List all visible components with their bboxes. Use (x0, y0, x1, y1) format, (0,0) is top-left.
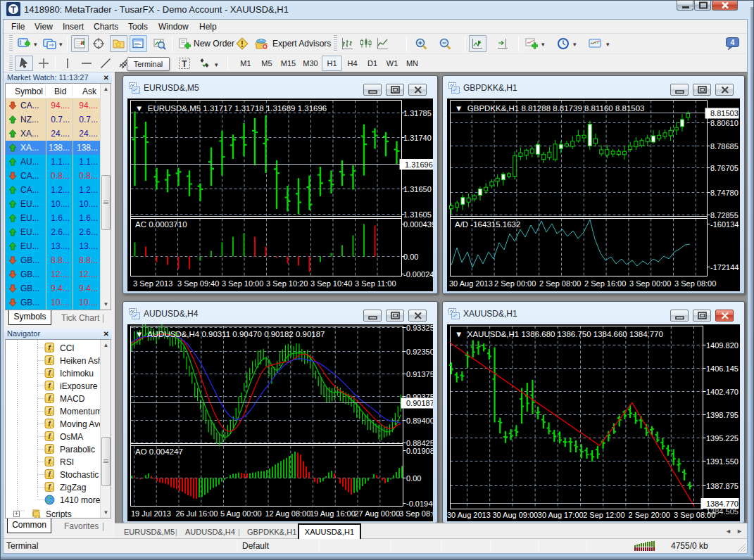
svg-text:8.81503: 8.81503 (710, 109, 739, 117)
svg-text:AC 0.0003710: AC 0.0003710 (135, 220, 187, 229)
svg-text:1.31650: 1.31650 (403, 185, 432, 193)
svg-text:1.31785: 1.31785 (403, 109, 432, 117)
svg-text:8.80610: 8.80610 (710, 119, 739, 127)
svg-text:3 Sep 08:00: 3 Sep 08:00 (399, 509, 433, 518)
svg-text:8.78685: 8.78685 (710, 142, 739, 151)
svg-text:2 Sep 00:00: 2 Sep 00:00 (494, 279, 536, 288)
svg-text:30 Aug 09:00: 30 Aug 09:00 (492, 511, 538, 519)
svg-text:2 Sep 12:00: 2 Sep 12:00 (583, 511, 624, 519)
svg-text:0.93325: 0.93325 (406, 324, 433, 332)
svg-text:2 Sep 20:00: 2 Sep 20:00 (629, 511, 670, 519)
svg-text:-160134.9: -160134.9 (710, 220, 739, 229)
svg-text:1387.875: 1387.875 (706, 482, 739, 490)
svg-text:1406.145: 1406.145 (706, 364, 739, 373)
svg-text:-0.019405: -0.019405 (406, 499, 433, 508)
svg-text:1384.770: 1384.770 (706, 499, 739, 508)
svg-text:26 Jul 16:00: 26 Jul 16:00 (176, 509, 218, 518)
svg-text:1.31605: 1.31605 (403, 210, 432, 219)
svg-text:12 Aug 08:00: 12 Aug 08:00 (265, 509, 311, 518)
svg-text:3 Sep 08:00: 3 Sep 08:00 (674, 511, 715, 519)
svg-text:27 Aug 00:00: 27 Aug 00:00 (355, 509, 401, 518)
svg-text:5 Aug 00:00: 5 Aug 00:00 (220, 509, 262, 518)
svg-text:3 Sep 2013: 3 Sep 2013 (133, 279, 172, 288)
svg-text:0.00: 0.00 (406, 474, 421, 483)
svg-text:1391.550: 1391.550 (706, 457, 739, 466)
svg-text:2 Sep 08:00: 2 Sep 08:00 (539, 279, 581, 288)
svg-text:1.31740: 1.31740 (403, 134, 432, 142)
svg-text:2 Sep 16:00: 2 Sep 16:00 (584, 279, 626, 288)
svg-text:4: 4 (731, 39, 735, 46)
svg-text:30 Aug 17:00: 30 Aug 17:00 (538, 511, 584, 519)
svg-text:▼ GBPDKK&,H1 8.81288 8.81739: ▼ GBPDKK&,H1 8.81288 8.81739 8.81160 8.8… (455, 104, 644, 113)
svg-text:0.91375: 0.91375 (406, 370, 433, 378)
svg-text:1395.225: 1395.225 (706, 434, 739, 443)
svg-text:-0.000249: -0.000249 (403, 270, 433, 279)
svg-text:▼ XAUUSD&,H1 1386.680 1386.7: ▼ XAUUSD&,H1 1386.680 1386.750 1384.660 … (455, 330, 663, 338)
svg-text:1.31696: 1.31696 (405, 160, 433, 169)
svg-text:30 Aug 2013: 30 Aug 2013 (447, 511, 491, 519)
svg-text:8.76705: 8.76705 (710, 164, 739, 172)
svg-text:T: T (182, 58, 187, 68)
svg-text:1409.820: 1409.820 (706, 341, 739, 350)
svg-text:3 Sep 08:00: 3 Sep 08:00 (674, 279, 716, 288)
svg-text:8.74780: 8.74780 (710, 189, 739, 197)
svg-text:30 Aug 2013: 30 Aug 2013 (449, 279, 493, 288)
svg-text:1398.795: 1398.795 (706, 411, 739, 419)
svg-text:3 Sep 10:40: 3 Sep 10:40 (310, 279, 352, 288)
svg-text:0.92350: 0.92350 (406, 348, 433, 356)
svg-text:19 Aug 16:00: 19 Aug 16:00 (310, 509, 356, 518)
svg-text:3 Sep 10:00: 3 Sep 10:00 (222, 279, 263, 288)
svg-text:▼ AUDUSD&,H4 0.90311 0.90470: ▼ AUDUSD&,H4 0.90311 0.90470 0.90182 0.9… (135, 330, 325, 338)
svg-text:3 Sep 09:40: 3 Sep 09:40 (177, 279, 219, 288)
svg-text:-172144.8: -172144.8 (710, 263, 739, 272)
svg-text:3 Sep 10:20: 3 Sep 10:20 (266, 279, 308, 288)
svg-text:3 Sep 00:00: 3 Sep 00:00 (629, 279, 671, 288)
svg-text:3 Sep 11:00: 3 Sep 11:00 (355, 279, 396, 288)
svg-text:A/D -164315.1632: A/D -164315.1632 (455, 220, 520, 229)
svg-text:0.90187: 0.90187 (406, 399, 433, 407)
svg-text:8.72855: 8.72855 (710, 211, 739, 219)
svg-text:0.019083: 0.019083 (406, 447, 433, 455)
svg-text:0.000439: 0.000439 (403, 220, 433, 229)
svg-text:1402.470: 1402.470 (706, 388, 739, 396)
svg-text:▼ EURUSD&,M5 1.31717 1.31718: ▼ EURUSD&,M5 1.31717 1.31718 1.31689 1.3… (135, 104, 327, 113)
svg-text:0.00: 0.00 (403, 253, 418, 261)
svg-text:AO 0.004247: AO 0.004247 (135, 447, 183, 456)
svg-text:19 Jul 2013: 19 Jul 2013 (131, 509, 171, 518)
svg-text:T: T (11, 5, 16, 15)
svg-text:0.89400: 0.89400 (406, 416, 433, 425)
